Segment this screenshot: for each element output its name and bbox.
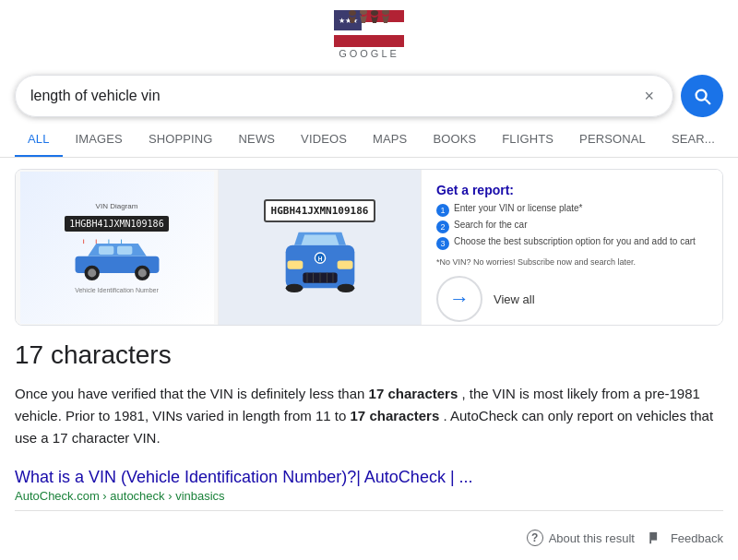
flag-logo: ★★★ bbox=[332, 9, 406, 48]
about-result-label: About this result bbox=[549, 531, 635, 545]
search-icon bbox=[692, 86, 712, 106]
tab-maps[interactable]: MAPS bbox=[360, 123, 420, 158]
no-vin-text: *No VIN? No worries! Subscribe now and s… bbox=[436, 257, 708, 267]
result-body: Once you have verified that the VIN is d… bbox=[15, 383, 723, 449]
car-diagram-left bbox=[62, 235, 173, 281]
image-result-card: VIN Diagram 1HGBH41JXMN109186 bbox=[15, 169, 723, 326]
google-text: GOOGLE bbox=[332, 48, 406, 59]
step-2-text: Search for the car bbox=[454, 220, 527, 230]
step-1-text: Enter your VIN or license plate* bbox=[454, 203, 583, 213]
view-all-area: → View all bbox=[436, 276, 708, 322]
search-submit-button[interactable] bbox=[681, 75, 723, 117]
link-title[interactable]: What is a VIN (Vehicle Identification Nu… bbox=[15, 468, 473, 486]
report-step-1: 1 Enter your VIN or license plate* bbox=[436, 203, 708, 217]
result-bold2: 17 characters bbox=[351, 408, 440, 423]
svg-point-30 bbox=[285, 283, 303, 292]
report-step-2: 2 Search for the car bbox=[436, 220, 708, 233]
svg-text:H: H bbox=[317, 256, 322, 262]
result-body-text1: Once you have verified that the VIN is d… bbox=[15, 386, 364, 401]
feedback-label: Feedback bbox=[671, 531, 723, 545]
step-3-num: 3 bbox=[436, 237, 449, 250]
footer-divider bbox=[15, 510, 723, 511]
tab-books[interactable]: BOOKS bbox=[420, 123, 489, 158]
report-steps: 1 Enter your VIN or license plate* 2 Sea… bbox=[436, 203, 708, 250]
image-panel-right: Get a report: 1 Enter your VIN or licens… bbox=[422, 170, 722, 325]
view-all-button[interactable]: → bbox=[436, 276, 482, 322]
svg-point-14 bbox=[88, 268, 96, 277]
link-result: What is a VIN (Vehicle Identification Nu… bbox=[15, 468, 723, 503]
svg-point-31 bbox=[337, 283, 354, 292]
tab-shopping[interactable]: SHOPPING bbox=[136, 123, 226, 158]
svg-rect-23 bbox=[337, 260, 352, 268]
step-1-num: 1 bbox=[436, 204, 449, 217]
google-logo: ★★★ GOOGLE bbox=[332, 9, 406, 60]
tab-flights[interactable]: FLIGHTS bbox=[489, 123, 566, 158]
report-step-3: 3 Choose the best subscription option fo… bbox=[436, 236, 708, 250]
view-all-label: View all bbox=[494, 292, 535, 306]
get-report-title[interactable]: Get a report: bbox=[436, 183, 708, 197]
feedback-button[interactable]: Feedback bbox=[649, 531, 723, 545]
question-icon: ? bbox=[527, 530, 543, 546]
tab-news[interactable]: NEWS bbox=[226, 123, 289, 158]
svg-rect-12 bbox=[117, 245, 132, 254]
vin-number-display: 1HGBH41JXMN109186 bbox=[65, 216, 168, 232]
tab-videos[interactable]: VIDEOS bbox=[288, 123, 360, 158]
vin-diagram: VIN Diagram 1HGBH41JXMN109186 bbox=[20, 172, 214, 324]
svg-rect-22 bbox=[287, 260, 303, 268]
image-panel-left: VIN Diagram 1HGBH41JXMN109186 bbox=[16, 170, 219, 325]
link-url: AutoCheck.com › autocheck › vinbasics bbox=[15, 489, 723, 503]
search-bar-row: × bbox=[0, 69, 738, 123]
search-clear-button[interactable]: × bbox=[640, 83, 658, 110]
image-panel-middle: HGBH41JXMN109186 bbox=[219, 170, 422, 325]
svg-rect-11 bbox=[99, 245, 113, 254]
nav-tabs: ALL IMAGES SHOPPING NEWS VIDEOS MAPS BOO… bbox=[0, 123, 738, 158]
step-3-text: Choose the best subscription option for … bbox=[454, 236, 696, 246]
tab-search-tools[interactable]: SEAR... bbox=[659, 123, 728, 158]
search-box: × bbox=[15, 75, 673, 117]
car-front-svg: H bbox=[274, 228, 366, 292]
flag-icon bbox=[649, 531, 666, 544]
tab-images[interactable]: IMAGES bbox=[63, 123, 136, 158]
vin-plate-area: HGBH41JXMN109186 bbox=[264, 199, 376, 296]
result-bold1: 17 characters bbox=[369, 386, 458, 401]
svg-point-8 bbox=[371, 10, 378, 16]
footer: ? About this result Feedback bbox=[0, 520, 738, 555]
svg-point-6 bbox=[349, 10, 356, 16]
svg-rect-34 bbox=[650, 532, 657, 541]
vin-plate-label: HGBH41JXMN109186 bbox=[264, 199, 376, 222]
header: ★★★ GOOGLE bbox=[0, 0, 738, 69]
about-result-button[interactable]: ? About this result bbox=[527, 530, 635, 546]
main-content: VIN Diagram 1HGBH41JXMN109186 bbox=[0, 158, 738, 503]
search-input[interactable] bbox=[30, 88, 640, 104]
tab-all[interactable]: ALL bbox=[15, 123, 63, 158]
tab-personal[interactable]: PERSONAL bbox=[566, 123, 659, 158]
svg-point-16 bbox=[137, 268, 146, 277]
google-flag-svg: ★★★ bbox=[334, 10, 404, 47]
svg-rect-3 bbox=[334, 35, 404, 47]
step-2-num: 2 bbox=[436, 220, 449, 233]
result-heading: 17 characters bbox=[15, 340, 723, 370]
